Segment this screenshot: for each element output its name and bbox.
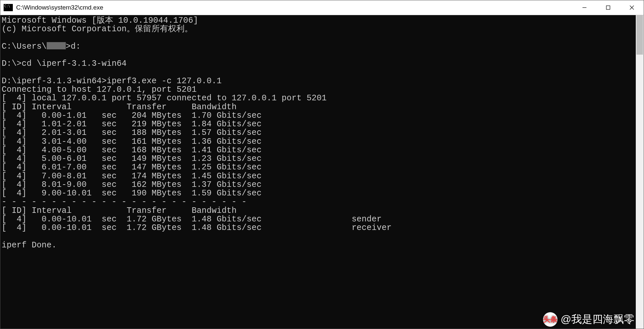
data-row: [ 4] 7.00-8.01 sec 174 MBytes 1.45 Gbits… xyxy=(2,171,262,181)
data-row: [ 4] 6.01-7.00 sec 147 MBytes 1.25 Gbits… xyxy=(2,163,262,172)
minimize-button[interactable] xyxy=(573,0,596,15)
summary-header: [ ID] Interval Transfer Bandwidth xyxy=(2,206,237,215)
data-row: [ 4] 1.01-2.01 sec 219 MBytes 1.84 Gbits… xyxy=(2,119,262,129)
prompt-users: C:\Users\>d: xyxy=(2,42,81,51)
version-line: Microsoft Windows [版本 10.0.19044.1706] xyxy=(2,16,198,25)
titlebar[interactable]: C:\Windows\system32\cmd.exe xyxy=(0,0,644,15)
console-output[interactable]: Microsoft Windows [版本 10.0.19044.1706] (… xyxy=(0,15,636,329)
done-line: iperf Done. xyxy=(2,240,57,250)
data-row: [ 4] 9.00-10.01 sec 190 MBytes 1.59 Gbit… xyxy=(2,189,262,198)
window-title: C:\Windows\system32\cmd.exe xyxy=(16,4,573,11)
maximize-button[interactable] xyxy=(596,0,620,15)
window-controls xyxy=(573,0,644,15)
svg-rect-1 xyxy=(607,6,610,10)
data-row: [ 4] 8.01-9.00 sec 162 MBytes 1.37 Gbits… xyxy=(2,180,262,190)
cmd-window: C:\Windows\system32\cmd.exe Microsoft Wi… xyxy=(0,0,644,329)
connecting-line: Connecting to host 127.0.0.1, port 5201 xyxy=(2,85,197,94)
redacted-username xyxy=(47,42,66,49)
cmd-icon xyxy=(4,4,13,11)
data-row: [ 4] 4.00-5.00 sec 168 MBytes 1.41 Gbits… xyxy=(2,145,262,155)
data-row: [ 4] 0.00-1.01 sec 204 MBytes 1.70 Gbits… xyxy=(2,111,262,120)
prompt-iperf: D:\iperf-3.1.3-win64>iperf3.exe -c 127.0… xyxy=(2,76,222,86)
data-row: [ 4] 5.00-6.01 sec 149 MBytes 1.23 Gbits… xyxy=(2,154,262,164)
summary-receiver: [ 4] 0.00-10.01 sec 1.72 GBytes 1.48 Gbi… xyxy=(2,223,392,233)
summary-sender: [ 4] 0.00-10.01 sec 1.72 GBytes 1.48 Gbi… xyxy=(2,215,382,224)
columns-header: [ ID] Interval Transfer Bandwidth xyxy=(2,102,237,112)
scrollbar-thumb[interactable] xyxy=(636,15,643,55)
scrollbar[interactable] xyxy=(636,15,644,329)
separator-line: - - - - - - - - - - - - - - - - - - - - … xyxy=(2,197,247,207)
prompt-cd: D:\>cd \iperf-3.1.3-win64 xyxy=(2,59,127,68)
data-row: [ 4] 3.01-4.00 sec 161 MBytes 1.36 Gbits… xyxy=(2,137,262,146)
close-button[interactable] xyxy=(620,0,644,15)
local-line: [ 4] local 127.0.0.1 port 57957 connecte… xyxy=(2,93,327,103)
console-area: Microsoft Windows [版本 10.0.19044.1706] (… xyxy=(0,15,644,329)
copyright-line: (c) Microsoft Corporation。保留所有权利。 xyxy=(2,24,193,34)
data-row: [ 4] 2.01-3.01 sec 188 MBytes 1.57 Gbits… xyxy=(2,128,262,138)
